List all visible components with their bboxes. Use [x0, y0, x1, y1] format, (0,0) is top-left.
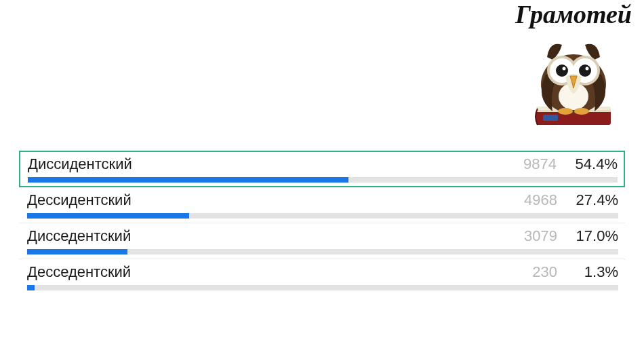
bar-fill — [27, 213, 189, 219]
poll-chart: Диссидентский987454.4%Дессидентский49682… — [19, 151, 625, 295]
bar-track — [27, 249, 618, 254]
option-count: 3079 — [524, 227, 557, 245]
bar-fill — [27, 249, 127, 254]
svg-rect-3 — [543, 115, 558, 121]
bar-fill — [27, 285, 35, 290]
option-percent: 17.0% — [573, 227, 618, 245]
poll-option-row[interactable]: Диссидентский987454.4% — [19, 151, 625, 187]
option-percent: 1.3% — [573, 263, 618, 281]
svg-point-10 — [556, 64, 568, 77]
bar-track — [27, 213, 618, 219]
option-label: Диссидентский — [28, 155, 132, 173]
option-percent: 54.4% — [573, 155, 618, 173]
option-label: Дессидентский — [27, 191, 132, 209]
option-count: 9874 — [523, 155, 557, 173]
poll-option-row[interactable]: Десседентский2301.3% — [19, 259, 625, 295]
option-label: Десседентский — [27, 263, 131, 281]
svg-point-14 — [558, 108, 573, 115]
option-percent: 27.4% — [573, 191, 618, 209]
svg-point-12 — [563, 67, 566, 71]
bar-fill — [28, 177, 348, 183]
owl-on-book-icon — [523, 29, 624, 130]
svg-point-15 — [574, 108, 589, 115]
option-count: 230 — [532, 263, 557, 281]
brand-header: Грамотей — [515, 1, 632, 130]
poll-option-row[interactable]: Дессидентский496827.4% — [19, 187, 625, 223]
poll-option-row[interactable]: Дисседентский307917.0% — [19, 223, 625, 259]
svg-point-11 — [579, 64, 591, 77]
bar-track — [27, 285, 618, 290]
bar-track — [28, 177, 618, 183]
option-count: 4968 — [524, 191, 557, 209]
svg-point-13 — [586, 67, 589, 71]
option-label: Дисседентский — [27, 227, 131, 245]
brand-title: Грамотей — [515, 1, 632, 27]
